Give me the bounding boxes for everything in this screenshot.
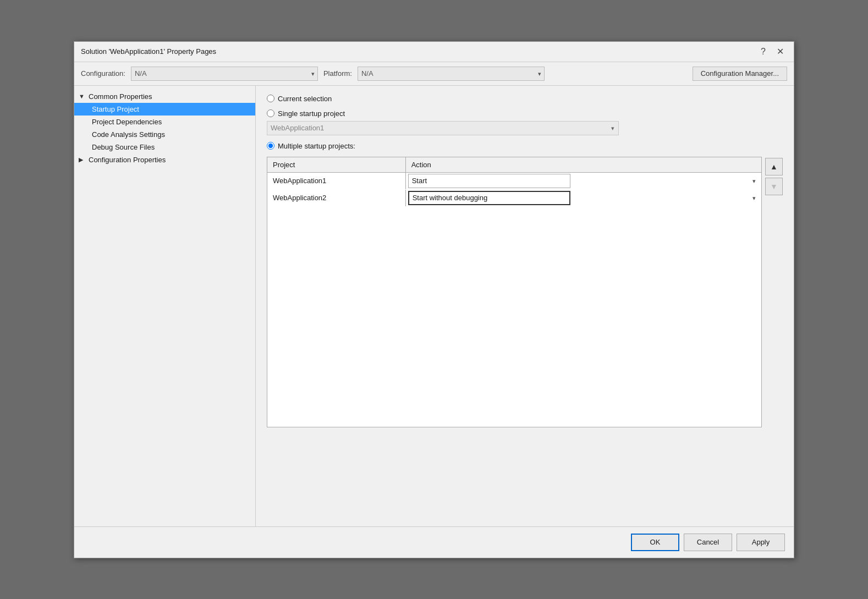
- move-up-button[interactable]: ▲: [765, 158, 783, 175]
- platform-select[interactable]: N/A: [358, 67, 545, 81]
- config-properties-arrow: ▶: [79, 156, 86, 163]
- config-label: Configuration:: [81, 69, 125, 78]
- single-startup-block: Single startup project WebApplication1: [267, 109, 783, 135]
- title-bar-controls: ? ✕: [757, 46, 787, 57]
- property-pages-dialog: Solution 'WebApplication1' Property Page…: [74, 41, 794, 558]
- sidebar-config-properties-header[interactable]: ▶ Configuration Properties: [74, 153, 255, 166]
- close-button[interactable]: ✕: [773, 46, 787, 57]
- right-panel: Current selection Single startup project…: [256, 86, 794, 526]
- move-down-button[interactable]: ▼: [765, 178, 783, 195]
- row1-action-select-wrapper: None Start Start without debugging: [408, 174, 759, 188]
- projects-table-wrapper: Project Action WebApplication1 No: [267, 157, 783, 427]
- table-row[interactable]: WebApplication1 None Start Start without…: [267, 172, 761, 189]
- dialog-footer: OK Cancel Apply: [74, 526, 794, 558]
- up-down-buttons: ▲ ▼: [765, 157, 783, 427]
- main-content: ▼ Common Properties Startup Project Proj…: [74, 86, 794, 526]
- multiple-startup-radio[interactable]: [267, 142, 274, 150]
- sidebar-item-startup-project[interactable]: Startup Project: [74, 103, 255, 116]
- sidebar: ▼ Common Properties Startup Project Proj…: [74, 86, 256, 526]
- config-select[interactable]: N/A: [131, 67, 318, 81]
- col-action-header: Action: [405, 157, 761, 173]
- sidebar-item-code-analysis[interactable]: Code Analysis Settings: [74, 128, 255, 141]
- sidebar-item-debug-source[interactable]: Debug Source Files: [74, 141, 255, 153]
- single-startup-radio[interactable]: [267, 109, 274, 117]
- table-row[interactable]: WebApplication2 None Start Start without…: [267, 189, 761, 206]
- row1-project: WebApplication1: [267, 172, 405, 189]
- row2-action-select[interactable]: None Start Start without debugging: [408, 191, 570, 205]
- dialog-title: Solution 'WebApplication1' Property Page…: [81, 47, 216, 56]
- table-empty-area: [267, 206, 761, 426]
- current-selection-radio[interactable]: [267, 95, 274, 102]
- table-empty-row: [267, 206, 761, 426]
- cancel-button[interactable]: Cancel: [684, 534, 732, 551]
- row2-action-select-wrapper: None Start Start without debugging: [408, 191, 759, 205]
- title-bar: Solution 'WebApplication1' Property Page…: [74, 42, 794, 62]
- sidebar-common-properties-label: Common Properties: [89, 92, 152, 101]
- platform-label: Platform:: [323, 69, 352, 78]
- common-properties-arrow: ▼: [79, 93, 86, 100]
- col-project-header: Project: [267, 157, 405, 173]
- platform-select-wrapper: N/A: [358, 67, 545, 81]
- current-selection-label[interactable]: Current selection: [278, 95, 332, 103]
- ok-button[interactable]: OK: [631, 534, 679, 551]
- row2-action-cell: None Start Start without debugging: [405, 189, 761, 206]
- sidebar-item-project-dependencies[interactable]: Project Dependencies: [74, 116, 255, 128]
- help-button[interactable]: ?: [757, 46, 769, 57]
- single-startup-label[interactable]: Single startup project: [278, 109, 345, 118]
- single-project-select[interactable]: WebApplication1: [267, 121, 619, 135]
- multiple-startup-label[interactable]: Multiple startup projects:: [278, 142, 355, 150]
- config-manager-button[interactable]: Configuration Manager...: [693, 67, 787, 81]
- sidebar-common-properties-header[interactable]: ▼ Common Properties: [74, 90, 255, 103]
- row1-action-cell: None Start Start without debugging: [405, 172, 761, 189]
- apply-button[interactable]: Apply: [737, 534, 785, 551]
- toolbar-row: Configuration: N/A Platform: N/A Configu…: [74, 62, 794, 86]
- single-startup-row: Single startup project: [267, 109, 783, 118]
- single-project-select-wrapper: WebApplication1: [267, 121, 619, 135]
- row2-project: WebApplication2: [267, 189, 405, 206]
- multiple-startup-row: Multiple startup projects:: [267, 142, 783, 150]
- config-select-wrapper: N/A: [131, 67, 318, 81]
- row1-action-select[interactable]: None Start Start without debugging: [408, 174, 570, 188]
- current-selection-row: Current selection: [267, 95, 783, 103]
- projects-table-container: Project Action WebApplication1 No: [267, 157, 762, 427]
- projects-table: Project Action WebApplication1 No: [267, 157, 761, 427]
- sidebar-config-properties-label: Configuration Properties: [89, 156, 166, 164]
